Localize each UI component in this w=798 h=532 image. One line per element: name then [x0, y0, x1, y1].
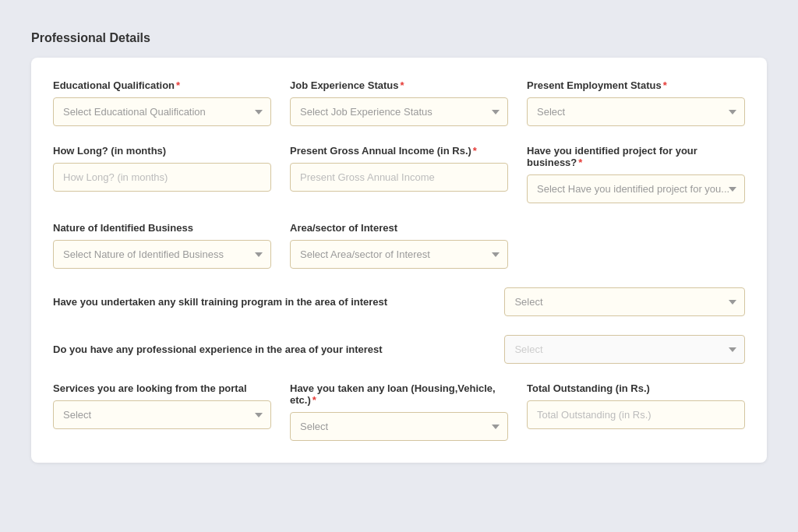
nature-business-col: Nature of Identified Business Select Nat… [53, 222, 271, 269]
job-experience-col: Job Experience Status* Select Job Experi… [290, 79, 508, 126]
skill-training-label: Have you undertaken any skill training p… [53, 296, 486, 308]
educational-qualification-col: Educational Qualification* Select Educat… [53, 79, 271, 126]
skill-training-row: Have you undertaken any skill training p… [53, 287, 745, 316]
job-experience-select[interactable]: Select Job Experience Status [290, 97, 508, 126]
services-looking-label: Services you are looking from the portal [53, 382, 271, 394]
gross-income-col: Present Gross Annual Income (in Rs.)* [290, 145, 508, 203]
total-outstanding-col: Total Outstanding (in Rs.) [527, 382, 745, 441]
professional-experience-label: Do you have any professional experience … [53, 344, 486, 355]
professional-experience-select-col: Select [504, 335, 745, 364]
professional-experience-row: Do you have any professional experience … [53, 335, 745, 364]
how-long-label: How Long? (in months) [53, 145, 271, 157]
services-looking-col: Services you are looking from the portal… [53, 382, 271, 441]
how-long-input[interactable] [53, 163, 271, 192]
educational-qualification-label: Educational Qualification* [53, 79, 271, 91]
identified-project-select[interactable]: Select Have you identified project for y… [527, 174, 745, 203]
services-looking-select[interactable]: Select [53, 400, 271, 429]
area-sector-col: Area/sector of Interest Select Area/sect… [290, 222, 508, 269]
how-long-col: How Long? (in months) [53, 145, 271, 203]
empty-col-3 [527, 222, 745, 269]
professional-details-card: Educational Qualification* Select Educat… [31, 58, 767, 463]
professional-experience-select[interactable]: Select [504, 335, 745, 364]
loan-taken-col: Have you taken any loan (Housing,Vehicle… [290, 382, 508, 441]
employment-status-select[interactable]: Select [527, 97, 745, 126]
loan-taken-select[interactable]: Select [290, 412, 508, 441]
skill-training-select-col: Select [504, 287, 745, 316]
nature-business-label: Nature of Identified Business [53, 222, 271, 234]
educational-qualification-select[interactable]: Select Educational Qualification [53, 97, 271, 126]
page-title: Professional Details [31, 31, 767, 45]
identified-project-col: Have you identified project for your bus… [527, 145, 745, 203]
gross-income-label: Present Gross Annual Income (in Rs.)* [290, 145, 508, 157]
loan-taken-label: Have you taken any loan (Housing,Vehicle… [290, 382, 508, 406]
nature-business-select[interactable]: Select Nature of Identified Business [53, 240, 271, 269]
gross-income-input[interactable] [290, 163, 508, 192]
identified-project-label: Have you identified project for your bus… [527, 145, 745, 168]
form-row-3: Nature of Identified Business Select Nat… [53, 222, 745, 269]
form-row-6: Services you are looking from the portal… [53, 382, 745, 441]
skill-training-select[interactable]: Select [504, 287, 745, 316]
area-sector-select[interactable]: Select Area/sector of Interest [290, 240, 508, 269]
form-row-2: How Long? (in months) Present Gross Annu… [53, 145, 745, 203]
employment-status-col: Present Employment Status* Select [527, 79, 745, 126]
area-sector-label: Area/sector of Interest [290, 222, 508, 234]
employment-status-label: Present Employment Status* [527, 79, 745, 91]
total-outstanding-input[interactable] [527, 400, 745, 429]
form-row-1: Educational Qualification* Select Educat… [53, 79, 745, 126]
job-experience-label: Job Experience Status* [290, 79, 508, 91]
total-outstanding-label: Total Outstanding (in Rs.) [527, 382, 745, 394]
